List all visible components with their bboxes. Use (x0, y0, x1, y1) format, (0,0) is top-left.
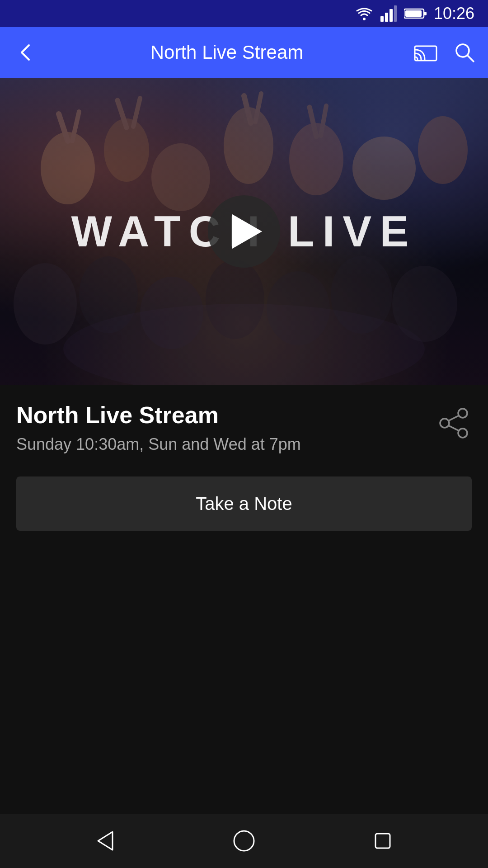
svg-rect-3 (389, 9, 393, 22)
stream-info-row: North Live Stream Sunday 10:30am, Sun an… (16, 401, 472, 454)
back-button[interactable] (13, 39, 40, 66)
search-button[interactable] (454, 42, 475, 63)
page-title: North Live Stream (51, 42, 403, 63)
nav-back-button[interactable] (87, 823, 123, 859)
bottom-nav (0, 814, 488, 868)
svg-line-38 (449, 426, 458, 430)
svg-rect-4 (394, 5, 397, 22)
svg-point-34 (458, 409, 467, 418)
svg-point-0 (363, 18, 366, 20)
svg-point-35 (440, 419, 449, 428)
status-bar: 10:26 (0, 0, 488, 27)
stream-schedule: Sunday 10:30am, Sun and Wed at 7pm (16, 435, 301, 454)
battery-icon (404, 7, 427, 20)
watch-live-overlay: WATCH LIVE (0, 78, 488, 385)
app-bar: North Live Stream (0, 27, 488, 78)
status-icons: 10:26 (355, 4, 474, 23)
nav-recents-button[interactable] (365, 823, 401, 859)
app-bar-actions (414, 42, 475, 63)
play-icon (232, 214, 262, 249)
svg-rect-1 (380, 16, 384, 22)
take-note-button[interactable]: Take a Note (16, 476, 472, 531)
status-time: 10:26 (434, 4, 474, 23)
stream-title: North Live Stream (16, 401, 301, 429)
nav-home-button[interactable] (226, 823, 262, 859)
content-area: North Live Stream Sunday 10:30am, Sun an… (0, 385, 488, 814)
svg-rect-41 (375, 834, 390, 848)
svg-point-36 (458, 429, 467, 438)
svg-rect-7 (405, 10, 422, 17)
svg-point-40 (234, 831, 254, 851)
video-thumbnail[interactable]: WATCH LIVE (0, 78, 488, 385)
cast-button[interactable] (414, 42, 437, 63)
stream-info-text: North Live Stream Sunday 10:30am, Sun an… (16, 401, 301, 454)
signal-icon (380, 5, 397, 22)
svg-rect-2 (385, 13, 388, 22)
wifi-icon (355, 6, 373, 21)
play-button[interactable] (208, 195, 280, 268)
svg-marker-39 (98, 832, 113, 850)
svg-line-10 (467, 55, 474, 61)
share-button[interactable] (436, 405, 472, 441)
svg-line-37 (449, 416, 458, 420)
svg-rect-6 (424, 12, 427, 15)
